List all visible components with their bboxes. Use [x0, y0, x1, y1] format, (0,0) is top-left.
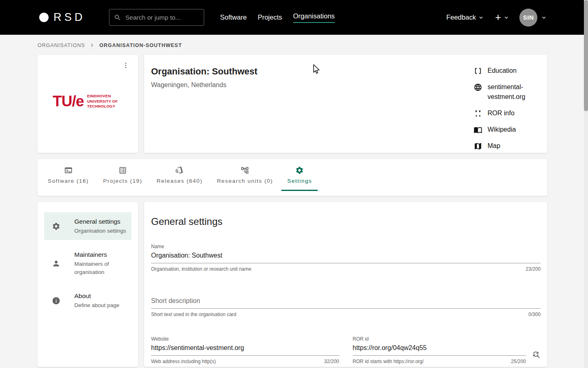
page-scrollbar[interactable]: [584, 0, 588, 368]
tue-logo: TU/e EINDHOVEN UNIVERSITY OF TECHNOLOGY: [53, 93, 118, 110]
breadcrumb-current: ORGANISATION-SOUTHWEST: [99, 43, 182, 48]
plus-icon: +: [495, 11, 501, 23]
sidebar-item-maintainers[interactable]: Maintainers Maintainers of organisation: [44, 245, 131, 281]
brackets-icon: [474, 67, 482, 75]
tue-caption: EINDHOVEN UNIVERSITY OF TECHNOLOGY: [87, 94, 118, 109]
ror-icon: [474, 109, 482, 118]
link-map[interactable]: Map: [474, 141, 536, 151]
organisation-quick-links: Education sentimental-vestment.org ROR i…: [474, 66, 536, 157]
link-website[interactable]: sentimental-vestment.org: [474, 82, 536, 102]
name-field: Name Organisation, institution or resear…: [151, 244, 541, 272]
rsd-logo-text: RSD: [53, 11, 85, 24]
tue-wordmark: TU/e: [53, 93, 84, 110]
terminal-icon: [64, 166, 73, 175]
globe-icon: [474, 83, 482, 92]
tab-research-units[interactable]: Research units (0): [211, 164, 278, 191]
add-menu[interactable]: +: [495, 11, 510, 23]
ror-helper: ROR id starts with https://ror.org/: [353, 359, 424, 364]
chevron-down-icon: [478, 14, 484, 21]
search-icon: [114, 14, 121, 21]
breadcrumb-organisations[interactable]: ORGANISATIONS: [38, 43, 85, 48]
tab-releases[interactable]: Releases (640): [151, 164, 209, 191]
short-description-counter: 0/300: [528, 312, 541, 317]
gear-icon: [52, 222, 60, 231]
short-description-input[interactable]: [151, 295, 541, 309]
name-label: Name: [151, 244, 541, 249]
research-units-icon: [241, 166, 249, 175]
feedback-label: Feedback: [446, 13, 476, 21]
logo-menu-kebab-icon[interactable]: [121, 60, 130, 72]
ror-input[interactable]: [353, 342, 526, 356]
feedback-menu[interactable]: Feedback: [446, 13, 484, 21]
top-navbar: RSD Software Projects Organisations Feed…: [0, 0, 588, 35]
map-icon: [474, 142, 482, 150]
ror-refresh-button[interactable]: [532, 346, 541, 364]
global-search[interactable]: [109, 9, 204, 26]
name-input[interactable]: [151, 249, 541, 263]
chevron-down-icon: [541, 14, 547, 21]
link-education[interactable]: Education: [474, 66, 536, 76]
gear-icon: [295, 166, 304, 175]
main-nav: Software Projects Organisations: [220, 12, 335, 23]
section-heading: General settings: [151, 216, 541, 227]
ror-label: ROR id: [353, 336, 526, 342]
book-icon: [474, 126, 482, 134]
user-avatar[interactable]: SIN: [519, 9, 537, 27]
general-settings-panel: General settings Name Organisation, inst…: [144, 202, 547, 367]
user-menu-chevron[interactable]: [541, 14, 547, 21]
ror-counter: 25/200: [511, 359, 526, 364]
releases-icon: [175, 166, 184, 175]
tab-software[interactable]: Software (16): [42, 164, 95, 191]
organisation-logo-card: TU/e EINDHOVEN UNIVERSITY OF TECHNOLOGY: [38, 55, 138, 153]
nav-link-organisations[interactable]: Organisations: [293, 12, 335, 23]
name-counter: 23/200: [526, 266, 541, 272]
organisation-tabs: Software (16) Projects (19) Releases (64…: [38, 159, 547, 196]
rsd-logo-dot-icon: [39, 13, 49, 22]
find-replace-icon: [532, 350, 541, 359]
ror-field: ROR id ROR id starts with https://ror.or…: [353, 336, 541, 364]
website-label: Website: [151, 336, 339, 342]
breadcrumb: ORGANISATIONS ORGANISATION-SOUTHWEST: [38, 42, 547, 48]
tab-settings[interactable]: Settings: [281, 164, 318, 191]
scrollbar-thumb[interactable]: [584, 0, 588, 111]
chevron-down-icon: [503, 14, 510, 21]
website-helper: Web address including http(s): [151, 359, 216, 364]
sidebar-item-general-settings[interactable]: General settings Organisation settings: [44, 212, 131, 240]
link-ror-info[interactable]: ROR info: [474, 108, 536, 118]
settings-sidebar: General settings Organisation settings M…: [38, 202, 138, 367]
name-helper: Organisation, institution or research un…: [151, 266, 251, 272]
rsd-logo[interactable]: RSD: [39, 11, 85, 24]
link-wikipedia[interactable]: Wikipedia: [474, 125, 536, 135]
person-icon: [52, 259, 60, 268]
nav-link-software[interactable]: Software: [220, 13, 247, 21]
organisation-header-card: Organisation: Southwest Wageningen, Neth…: [144, 55, 547, 153]
website-input[interactable]: [151, 342, 339, 356]
nav-link-projects[interactable]: Projects: [258, 13, 282, 21]
short-description-field: Short text used in the organisation card…: [151, 295, 541, 317]
chevron-right-icon: [89, 42, 95, 48]
website-field: Website Web address including http(s) 32…: [151, 336, 339, 364]
search-input[interactable]: [125, 13, 199, 22]
tab-projects[interactable]: Projects (19): [98, 164, 148, 191]
sidebar-item-about[interactable]: About Define about page: [44, 287, 131, 314]
list-alt-icon: [118, 166, 127, 175]
short-description-helper: Short text used in the organisation card: [151, 312, 236, 317]
navbar-right: Feedback + SIN: [446, 9, 547, 27]
website-counter: 32/200: [324, 359, 339, 364]
info-icon: [52, 296, 60, 305]
